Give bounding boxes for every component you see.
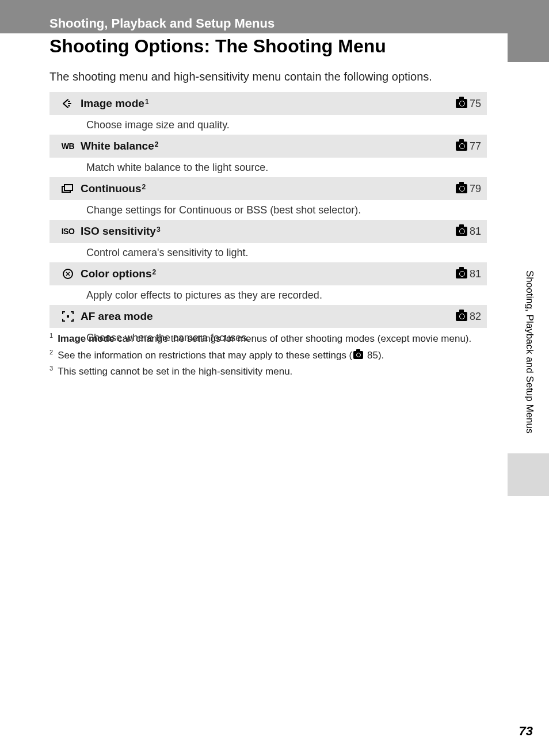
page-ref: 75 — [456, 98, 481, 110]
page-number: 73 — [519, 724, 533, 739]
footnotes: 1Image mode can change the settings for … — [49, 331, 487, 381]
footnote-1-bold: Image mode — [58, 333, 115, 344]
row-white-balance-desc: Match white balance to the light source. — [49, 158, 487, 177]
page-title: Shooting Options: The Shooting Menu — [49, 36, 386, 57]
footnote-3: 3This setting cannot be set in the high-… — [49, 364, 487, 379]
side-tab-label: Shooting, Playback and Setup Menus — [524, 270, 535, 434]
page-ref-icon — [456, 227, 467, 236]
af-area-icon — [55, 311, 81, 322]
iso-label: ISO sensitivity 3 — [81, 225, 456, 238]
color-options-label: Color options 2 — [81, 268, 456, 280]
page-ref: 77 — [456, 140, 481, 152]
svg-rect-3 — [67, 315, 69, 318]
intro-text: The shooting menu and high-sensitivity m… — [49, 70, 487, 83]
page-ref-num: 81 — [470, 268, 481, 280]
label-text: Color options — [81, 268, 151, 280]
side-tab-block — [508, 453, 549, 496]
svg-rect-1 — [64, 185, 73, 190]
row-af-area: AF area mode 82 — [49, 305, 487, 328]
page-ref-icon — [456, 142, 467, 151]
color-options-icon — [55, 268, 81, 280]
footnote-2: 2See the information on restrictions tha… — [49, 348, 487, 362]
page-ref-icon — [456, 269, 467, 278]
label-text: Continuous — [81, 182, 142, 195]
iso-icon: ISO — [55, 227, 81, 236]
row-color-options: Color options 2 81 — [49, 262, 487, 285]
continuous-label: Continuous 2 — [81, 182, 456, 195]
page-ref-num: 81 — [470, 226, 481, 238]
page-ref-icon — [456, 312, 467, 321]
image-mode-label: Image mode 1 — [81, 97, 456, 110]
row-iso-desc: Control camera's sensitivity to light. — [49, 243, 487, 262]
row-color-options-desc: Apply color effects to pictures as they … — [49, 285, 487, 305]
breadcrumb: Shooting, Playback and Setup Menus — [49, 16, 508, 31]
footnote-2-a: See the information on restrictions that… — [58, 349, 352, 360]
row-continuous-desc: Change settings for Continuous or BSS (b… — [49, 200, 487, 220]
label-text: White balance — [81, 140, 154, 152]
image-mode-icon — [55, 98, 81, 109]
row-continuous: Continuous 2 79 — [49, 177, 487, 200]
page-ref: 82 — [456, 311, 481, 323]
label-text: Image mode — [81, 97, 144, 110]
page-ref-icon — [353, 351, 363, 359]
footnote-1-rest: can change the settings for menus of oth… — [115, 333, 471, 344]
page-ref-num: 77 — [470, 140, 481, 152]
page-ref-icon — [456, 99, 467, 108]
page-ref: 81 — [456, 226, 481, 238]
continuous-icon — [55, 184, 81, 193]
af-area-label: AF area mode — [81, 310, 456, 323]
row-white-balance: WB White balance 2 77 — [49, 135, 487, 158]
white-balance-label: White balance 2 — [81, 140, 456, 152]
footnote-3-text: This setting cannot be set in the high-s… — [58, 366, 292, 377]
page-ref-icon — [456, 184, 467, 193]
page-ref-num: 75 — [470, 98, 481, 110]
options-table: Image mode 1 75 Choose image size and qu… — [49, 92, 487, 348]
page-ref-num: 79 — [470, 183, 481, 195]
row-iso: ISO ISO sensitivity 3 81 — [49, 220, 487, 243]
label-text: ISO sensitivity — [81, 225, 156, 238]
label-text: AF area mode — [81, 310, 153, 323]
footnote-2-b: 85). — [364, 349, 384, 360]
page-ref-num: 82 — [470, 311, 481, 323]
footnote-1: 1Image mode can change the settings for … — [49, 331, 487, 346]
row-image-mode: Image mode 1 75 — [49, 92, 487, 115]
manual-page: Shooting, Playback and Setup Menus Shoot… — [0, 0, 549, 756]
row-image-mode-desc: Choose image size and quality. — [49, 115, 487, 135]
white-balance-icon: WB — [55, 142, 81, 151]
page-ref: 79 — [456, 183, 481, 195]
page-ref: 81 — [456, 268, 481, 280]
